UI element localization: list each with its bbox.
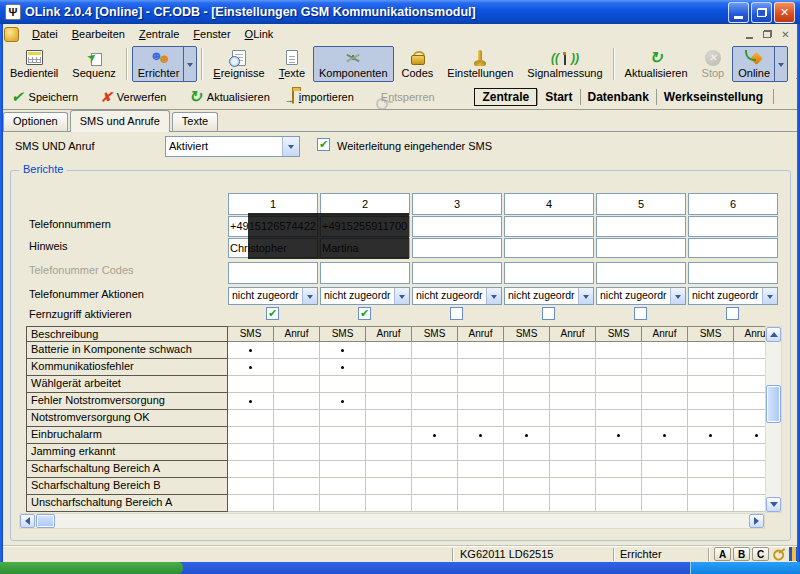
vertical-scroll-thumb[interactable]	[766, 385, 781, 423]
matrix-cell-2-3[interactable]	[320, 359, 366, 376]
matrix-cell-5-12[interactable]	[734, 410, 765, 427]
matrix-cell-2-2[interactable]	[274, 359, 320, 376]
menu-item-zentrale[interactable]: Zentrale	[132, 26, 186, 42]
telefonnummern-cell-5[interactable]	[596, 216, 686, 237]
matrix-cell-9-1[interactable]	[228, 478, 274, 495]
matrix-cell-8-12[interactable]	[734, 461, 765, 478]
tab-datenbank[interactable]: Datenbank	[580, 89, 656, 105]
matrix-cell-9-4[interactable]	[366, 478, 412, 495]
matrix-cell-5-5[interactable]	[412, 410, 458, 427]
matrix-cell-3-1[interactable]	[228, 376, 274, 393]
matrix-cell-3-9[interactable]	[596, 376, 642, 393]
tab-zentrale[interactable]: Zentrale	[474, 88, 537, 106]
toolbar-button-einstellungen[interactable]: Einstellungen	[441, 46, 519, 82]
fernzugriff-checkbox-1[interactable]: ✔	[266, 307, 279, 320]
telefonummer-aktionen-select-5[interactable]: nicht zugeordr	[596, 287, 686, 305]
matrix-cell-10-5[interactable]	[412, 495, 458, 512]
matrix-cell-3-2[interactable]	[274, 376, 320, 393]
tab-optionen[interactable]: Optionen	[3, 112, 68, 131]
matrix-cell-10-10[interactable]	[642, 495, 688, 512]
close-button[interactable]: ✕	[774, 2, 795, 23]
matrix-cell-3-7[interactable]	[504, 376, 550, 393]
matrix-cell-1-1[interactable]	[228, 342, 274, 359]
matrix-cell-2-4[interactable]	[366, 359, 412, 376]
matrix-cell-5-3[interactable]	[320, 410, 366, 427]
matrix-cell-8-11[interactable]	[688, 461, 734, 478]
fernzugriff-checkbox-3[interactable]	[450, 307, 463, 320]
zone-button-a[interactable]: A	[714, 547, 731, 561]
vertical-scrollbar[interactable]	[765, 326, 782, 513]
dropdown-button[interactable]	[578, 288, 593, 304]
matrix-cell-8-10[interactable]	[642, 461, 688, 478]
matrix-cell-9-3[interactable]	[320, 478, 366, 495]
telefonnummern-cell-6[interactable]	[688, 216, 778, 237]
matrix-cell-7-10[interactable]	[642, 444, 688, 461]
dropdown-split-button[interactable]	[774, 46, 787, 82]
menu-item-datei[interactable]: Datei	[25, 26, 65, 42]
telefonummer-aktionen-select-1[interactable]: nicht zugeordr	[228, 287, 318, 305]
telefonummer-codes-cell-3[interactable]	[412, 262, 502, 284]
restore-button[interactable]	[751, 2, 772, 23]
fernzugriff-checkbox-5[interactable]	[634, 307, 647, 320]
dropdown-button[interactable]	[282, 137, 299, 156]
telefonummer-aktionen-select-4[interactable]: nicht zugeordr	[504, 287, 594, 305]
scroll-right-button[interactable]	[749, 514, 764, 528]
weiterleitung-checkbox[interactable]: ✔	[317, 138, 330, 151]
matrix-cell-7-11[interactable]	[688, 444, 734, 461]
matrix-cell-7-9[interactable]	[596, 444, 642, 461]
toolbar-button-codes[interactable]: Codes	[396, 46, 440, 82]
matrix-cell-4-1[interactable]	[228, 393, 274, 410]
matrix-cell-2-9[interactable]	[596, 359, 642, 376]
matrix-cell-7-2[interactable]	[274, 444, 320, 461]
fernzugriff-checkbox-6[interactable]	[726, 307, 739, 320]
matrix-cell-1-2[interactable]	[274, 342, 320, 359]
matrix-cell-9-9[interactable]	[596, 478, 642, 495]
telefonummer-codes-cell-1[interactable]	[228, 262, 318, 284]
matrix-cell-8-8[interactable]	[550, 461, 596, 478]
scroll-up-button[interactable]	[766, 327, 781, 342]
matrix-cell-9-8[interactable]	[550, 478, 596, 495]
matrix-cell-4-5[interactable]	[412, 393, 458, 410]
fernzugriff-checkbox-4[interactable]	[542, 307, 555, 320]
matrix-cell-2-12[interactable]	[734, 359, 765, 376]
matrix-cell-3-6[interactable]	[458, 376, 504, 393]
matrix-cell-4-7[interactable]	[504, 393, 550, 410]
matrix-cell-1-4[interactable]	[366, 342, 412, 359]
hinweis-cell-6[interactable]	[688, 238, 778, 258]
matrix-cell-1-8[interactable]	[550, 342, 596, 359]
matrix-cell-1-11[interactable]	[688, 342, 734, 359]
matrix-cell-5-4[interactable]	[366, 410, 412, 427]
tab-sms-und-anrufe[interactable]: SMS und Anrufe	[70, 110, 170, 132]
matrix-cell-4-11[interactable]	[688, 393, 734, 410]
toolbar-button-aktualisieren[interactable]: Aktualisieren	[619, 46, 694, 82]
dropdown-split-button[interactable]	[183, 46, 196, 82]
matrix-cell-1-7[interactable]	[504, 342, 550, 359]
matrix-cell-3-8[interactable]	[550, 376, 596, 393]
matrix-cell-5-8[interactable]	[550, 410, 596, 427]
matrix-cell-10-11[interactable]	[688, 495, 734, 512]
fernzugriff-checkbox-2[interactable]: ✔	[358, 307, 371, 320]
toolbar-button-signalmessung[interactable]: Signalmessung	[521, 46, 608, 82]
matrix-cell-7-3[interactable]	[320, 444, 366, 461]
matrix-cell-1-6[interactable]	[458, 342, 504, 359]
toolbar-button-errichter[interactable]: Errichter	[132, 46, 198, 82]
matrix-cell-4-10[interactable]	[642, 393, 688, 410]
matrix-cell-3-5[interactable]	[412, 376, 458, 393]
menu-item-bearbeiten[interactable]: Bearbeiten	[65, 26, 132, 42]
scroll-left-button[interactable]	[20, 514, 35, 528]
toolbar-button-sequenz[interactable]: Sequenz	[66, 46, 121, 82]
matrix-cell-9-5[interactable]	[412, 478, 458, 495]
telefonummer-aktionen-select-3[interactable]: nicht zugeordr	[412, 287, 502, 305]
matrix-cell-2-6[interactable]	[458, 359, 504, 376]
matrix-cell-6-3[interactable]	[320, 427, 366, 444]
matrix-cell-4-2[interactable]	[274, 393, 320, 410]
matrix-cell-9-7[interactable]	[504, 478, 550, 495]
matrix-cell-1-9[interactable]	[596, 342, 642, 359]
matrix-cell-9-10[interactable]	[642, 478, 688, 495]
matrix-cell-7-1[interactable]	[228, 444, 274, 461]
matrix-cell-8-7[interactable]	[504, 461, 550, 478]
horizontal-scrollbar[interactable]	[19, 513, 765, 529]
zone-button-b[interactable]: B	[733, 547, 750, 561]
matrix-cell-10-6[interactable]	[458, 495, 504, 512]
matrix-cell-10-12[interactable]	[734, 495, 765, 512]
